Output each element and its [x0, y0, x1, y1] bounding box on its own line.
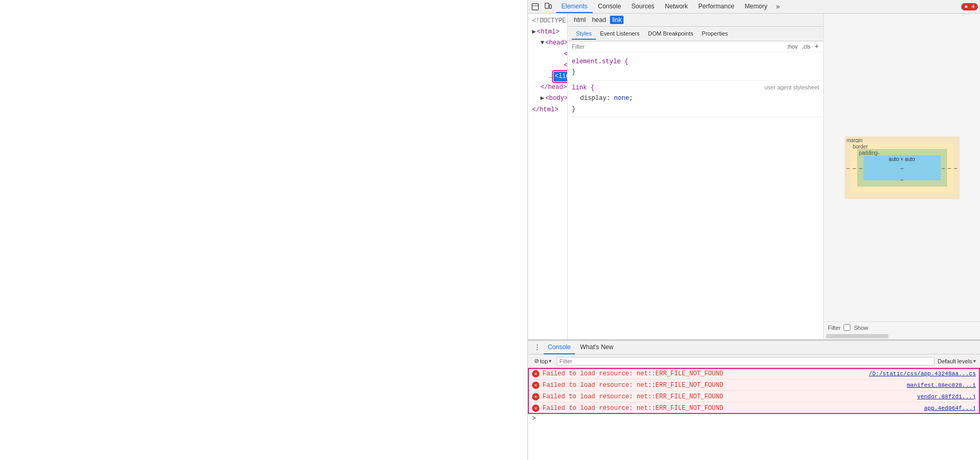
breadcrumb-head[interactable]: head	[590, 16, 608, 24]
devtools-toolbar: Elements Console Sources Network Perform…	[528, 0, 980, 14]
error-source-3[interactable]: vendor.88f2d1...j	[917, 394, 976, 400]
tab-performance[interactable]: Performance	[693, 0, 740, 13]
error-icon-3: ✕	[532, 393, 539, 400]
svg-rect-0	[532, 4, 538, 10]
cls-button[interactable]: .cls	[802, 43, 811, 50]
error-icon-2: ✕	[532, 382, 539, 389]
console-cursor: >	[532, 415, 536, 422]
top-filter-arrow: ▾	[549, 358, 551, 364]
bottom-panel: ⋮ Console What's New ⊘ top ▾ Default lev…	[528, 340, 980, 460]
console-error-1[interactable]: ✕ Failed to load resource: net::ERR_FILE…	[528, 368, 980, 380]
error-icon-4: ✕	[532, 405, 539, 412]
error-source-2[interactable]: manifest.88ec828...i	[907, 382, 976, 388]
scrollbar-thumb[interactable]	[826, 334, 889, 338]
css-rule-link: link { user agent stylesheet display: no…	[568, 80, 823, 117]
css-rules: element.style { } link { user agent styl…	[568, 52, 823, 339]
console-cursor-row: >	[528, 414, 980, 423]
triangle-body[interactable]: ▶	[540, 94, 544, 104]
border-box: border – – – – padding- auto × auto – –	[851, 143, 953, 193]
styles-tab-styles[interactable]: Styles	[572, 28, 596, 40]
styles-tabs: Styles Event Listeners DOM Breakpoints P…	[568, 27, 823, 41]
console-filter-input[interactable]	[557, 357, 935, 365]
console-toolbar: ⋮ Console What's New	[528, 341, 980, 354]
padding-box: padding- auto × auto – – – –	[857, 149, 947, 187]
dom-line-doctype: <!DOCTYPE html>	[528, 16, 567, 27]
console-top-filter[interactable]: ⊘ top ▾	[532, 356, 554, 365]
devtools-tabs: Elements Console Sources Network Perform…	[556, 0, 957, 13]
error-badge: ● 4	[961, 3, 978, 10]
svg-rect-2	[545, 3, 549, 8]
breadcrumb: html head link	[568, 14, 823, 27]
svg-rect-3	[549, 5, 551, 8]
console-menu-button[interactable]: ⋮	[532, 342, 543, 353]
dom-line-head-close[interactable]: </head>	[528, 82, 567, 93]
styles-filter-input[interactable]	[572, 43, 782, 50]
filter-row: :hov .cls +	[568, 41, 823, 52]
devtools-icon-group	[530, 2, 553, 12]
error-icon-1: ✕	[532, 370, 539, 377]
box-model-content: margin – – – – border – – – –	[824, 14, 980, 321]
show-checkbox[interactable]	[844, 324, 850, 331]
page-area	[0, 0, 528, 460]
error-source-1[interactable]: /D:/static/css/app.43248aa...cs	[869, 371, 976, 377]
dom-line-link[interactable]: … <link href="/static/css/app.43248aa...…	[528, 71, 567, 82]
dom-line-meta[interactable]: <meta charset="utf-8">	[528, 49, 567, 60]
tab-elements[interactable]: Elements	[556, 0, 593, 13]
devtools-panel: Elements Console Sources Network Perform…	[528, 0, 980, 460]
devtools-content: <!DOCTYPE html> ▶ <html> ▼ <head> <meta …	[528, 14, 980, 460]
inspect-icon[interactable]	[530, 2, 540, 12]
tab-network[interactable]: Network	[660, 0, 693, 13]
console-error-2[interactable]: ✕ Failed to load resource: net::ERR_FILE…	[528, 380, 980, 391]
dom-line-body[interactable]: ▶ <body> … </body>	[528, 93, 567, 104]
tab-whats-new[interactable]: What's New	[576, 341, 618, 354]
dom-line-html-close[interactable]: </html>	[528, 105, 567, 116]
styles-panel: html head link Styles Event Listeners DO…	[567, 14, 823, 339]
console-filter-row: ⊘ top ▾ Default levels ▾	[528, 354, 980, 368]
box-model-panel: margin – – – – border – – – –	[823, 14, 980, 339]
hov-button[interactable]: :hov	[787, 43, 798, 50]
ellipsis-marker: …	[549, 72, 552, 82]
dom-tree[interactable]: <!DOCTYPE html> ▶ <html> ▼ <head> <meta …	[528, 14, 567, 339]
tab-console[interactable]: Console	[593, 0, 626, 13]
elements-panel: <!DOCTYPE html> ▶ <html> ▼ <head> <meta …	[528, 14, 980, 340]
tab-memory[interactable]: Memory	[740, 0, 773, 13]
add-rule-button[interactable]: +	[815, 42, 819, 51]
error-messages-group: ✕ Failed to load resource: net::ERR_FILE…	[528, 368, 980, 414]
triangle-head[interactable]: ▼	[540, 38, 544, 48]
tab-more[interactable]: »	[773, 3, 783, 11]
breadcrumb-html[interactable]: html	[572, 16, 588, 24]
dom-line-title[interactable]: <title>build1</title>	[528, 60, 567, 71]
styles-tab-dom-breakpoints[interactable]: DOM Breakpoints	[644, 28, 698, 40]
dom-line-html[interactable]: ▶ <html>	[528, 27, 567, 38]
tab-console-bottom[interactable]: Console	[544, 341, 575, 354]
console-error-3[interactable]: ✕ Failed to load resource: net::ERR_FILE…	[528, 391, 980, 402]
breadcrumb-link[interactable]: link	[610, 16, 624, 24]
tab-sources[interactable]: Sources	[626, 0, 660, 13]
console-messages[interactable]: ✕ Failed to load resource: net::ERR_FILE…	[528, 368, 980, 460]
dom-line-head[interactable]: ▼ <head>	[528, 38, 567, 49]
error-source-4[interactable]: app.4ed064f...j	[924, 405, 976, 411]
console-levels-filter[interactable]: Default levels ▾	[938, 358, 976, 364]
margin-box: margin – – – – border – – – –	[845, 136, 960, 199]
styles-tab-properties[interactable]: Properties	[698, 28, 732, 40]
box-filter-row: Filter Show	[824, 321, 980, 333]
console-error-4[interactable]: ✕ Failed to load resource: net::ERR_FILE…	[528, 402, 980, 414]
device-icon[interactable]	[543, 2, 553, 12]
triangle-html[interactable]: ▶	[532, 27, 536, 37]
styles-tab-event-listeners[interactable]: Event Listeners	[596, 28, 644, 40]
css-rule-element-style: element.style { }	[568, 54, 823, 80]
